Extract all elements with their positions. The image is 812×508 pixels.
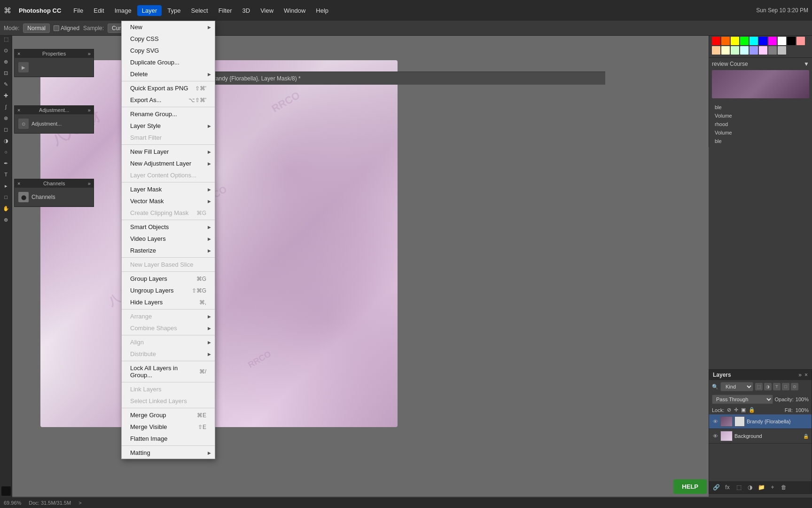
swatch-ff6600[interactable] xyxy=(721,37,730,45)
swatch-ccffcc[interactable] xyxy=(731,46,739,55)
menu-ungroup-layers[interactable]: Ungroup Layers ⇧⌘G xyxy=(122,285,215,296)
menu-3d[interactable]: 3D xyxy=(238,5,255,16)
lock-artboard[interactable]: ▣ xyxy=(741,407,746,413)
swatch-ffffff[interactable] xyxy=(778,37,786,45)
layer-row-brandy[interactable]: 👁 Brandy {Florabella} xyxy=(709,414,812,429)
swatch-ff00ff[interactable] xyxy=(768,37,777,45)
swatch-808080[interactable] xyxy=(768,46,777,55)
filter-smart[interactable]: ⊙ xyxy=(791,383,798,390)
filter-pixel[interactable]: ⬚ xyxy=(755,383,763,390)
gradient-tool[interactable]: ◑ xyxy=(1,135,11,146)
menu-layer[interactable]: Layer xyxy=(137,5,162,16)
chan-expand[interactable]: » xyxy=(88,181,91,186)
swatch-ffff00[interactable] xyxy=(731,37,739,45)
doc-arrow[interactable]: > xyxy=(78,500,81,506)
blend-mode-select[interactable]: Pass Through xyxy=(712,395,773,404)
menu-help[interactable]: Help xyxy=(311,5,333,16)
menu-view[interactable]: View xyxy=(256,5,278,16)
new-layer-btn[interactable]: + xyxy=(768,483,777,492)
layer-visibility-brandy[interactable]: 👁 xyxy=(712,418,718,425)
layer-visibility-bg[interactable]: 👁 xyxy=(712,433,718,439)
swatch-0000ff[interactable] xyxy=(759,37,767,45)
lasso-tool[interactable]: ⊙ xyxy=(1,45,11,56)
fx-btn[interactable]: fx xyxy=(723,483,732,492)
foreground-color[interactable] xyxy=(1,486,11,496)
menu-rasterize[interactable]: Rasterize xyxy=(122,245,215,256)
swatch-c0c0c0[interactable] xyxy=(778,46,786,55)
swatch-ffffcc[interactable] xyxy=(721,46,730,55)
brush-tool[interactable]: ∫ xyxy=(1,102,11,112)
add-group-btn[interactable]: 📁 xyxy=(757,483,765,492)
prop-expand[interactable]: » xyxy=(88,51,91,56)
eyedropper-tool[interactable]: ✎ xyxy=(1,79,11,89)
eraser-tool[interactable]: ◻ xyxy=(1,124,11,135)
menu-flatten-image[interactable]: Flatten Image xyxy=(122,433,215,444)
menu-new[interactable]: New xyxy=(122,21,215,33)
menu-hide-layers[interactable]: Hide Layers ⌘, xyxy=(122,296,215,308)
clone-tool[interactable]: ⊗ xyxy=(1,113,11,123)
layers-expand[interactable]: » xyxy=(798,372,802,378)
add-mask-btn[interactable]: ⬚ xyxy=(734,483,743,492)
menu-quick-export[interactable]: Quick Export as PNG ⇧⌘' xyxy=(122,82,215,94)
menu-video-layers[interactable]: Video Layers xyxy=(122,233,215,245)
menu-type[interactable]: Type xyxy=(163,5,185,16)
menu-copy-svg[interactable]: Copy SVG xyxy=(122,45,215,56)
dodge-tool[interactable]: ○ xyxy=(1,147,11,157)
lock-pixel[interactable]: ⊘ xyxy=(727,407,731,413)
menu-smart-objects[interactable]: Smart Objects xyxy=(122,221,215,233)
swatch-ccffff[interactable] xyxy=(740,46,749,55)
swatch-ffccff[interactable] xyxy=(759,46,767,55)
pen-tool[interactable]: ✒ xyxy=(1,158,11,168)
swatch-00ffff[interactable] xyxy=(750,37,758,45)
mode-select[interactable]: Normal xyxy=(23,24,50,33)
zoom-tool[interactable]: ⊕ xyxy=(1,214,11,225)
link-layers-btn[interactable]: 🔗 xyxy=(712,483,720,492)
shape-tool[interactable]: □ xyxy=(1,192,11,202)
preview-arrow[interactable]: ▼ xyxy=(804,61,809,67)
layers-kind-select[interactable]: Kind xyxy=(720,382,753,391)
add-adjustment-btn[interactable]: ◑ xyxy=(746,483,754,492)
swatch-ffcc99[interactable] xyxy=(712,46,720,55)
type-tool[interactable]: T xyxy=(1,169,11,180)
delete-layer-btn[interactable]: 🗑 xyxy=(780,483,788,492)
layers-close[interactable]: × xyxy=(804,372,808,378)
swatch-ff0000[interactable] xyxy=(712,37,720,45)
hand-tool[interactable]: ✋ xyxy=(1,203,11,214)
swatch-9999ff[interactable] xyxy=(750,46,758,55)
layer-row-background[interactable]: 👁 Background 🔒 xyxy=(709,429,812,444)
menu-new-fill-layer[interactable]: New Fill Layer xyxy=(122,146,215,158)
menu-filter[interactable]: Filter xyxy=(214,5,237,16)
filter-shape[interactable]: □ xyxy=(782,383,789,390)
menu-image[interactable]: Image xyxy=(110,5,136,16)
menu-matting[interactable]: Matting xyxy=(122,447,215,459)
menu-duplicate-group[interactable]: Duplicate Group... xyxy=(122,56,215,68)
menu-edit[interactable]: Edit xyxy=(89,5,109,16)
adj-expand[interactable]: » xyxy=(88,107,91,113)
menu-group-layers[interactable]: Group Layers ⌘G xyxy=(122,273,215,285)
menu-export-as[interactable]: Export As... ⌥⇧⌘' xyxy=(122,94,215,106)
menu-merge-visible[interactable]: Merge Visible ⇧E xyxy=(122,421,215,433)
chan-close[interactable]: × xyxy=(17,181,20,186)
swatch-000000[interactable] xyxy=(787,37,796,45)
healing-tool[interactable]: ✚ xyxy=(1,90,11,101)
filter-adjust[interactable]: ◑ xyxy=(764,383,772,390)
help-button[interactable]: HELP xyxy=(673,479,707,494)
aligned-checkbox[interactable]: Aligned xyxy=(54,25,79,32)
swatch-00ff00[interactable] xyxy=(740,37,749,45)
menu-rename-group[interactable]: Rename Group... xyxy=(122,108,215,120)
menu-merge-group[interactable]: Merge Group ⌘E xyxy=(122,409,215,421)
quick-select-tool[interactable]: ⊕ xyxy=(1,56,11,67)
menu-copy-css[interactable]: Copy CSS xyxy=(122,33,215,45)
menu-delete[interactable]: Delete xyxy=(122,68,215,80)
menu-select[interactable]: Select xyxy=(186,5,212,16)
lock-position[interactable]: ✛ xyxy=(734,407,738,413)
swatch-ff9999[interactable] xyxy=(796,37,805,45)
apple-logo[interactable]: ⌘ xyxy=(4,6,11,15)
path-selection-tool[interactable]: ▸ xyxy=(1,181,11,191)
menu-lock-all-layers[interactable]: Lock All Layers in Group... ⌘/ xyxy=(122,362,215,381)
menu-layer-style[interactable]: Layer Style xyxy=(122,120,215,132)
menu-layer-mask[interactable]: Layer Mask xyxy=(122,183,215,195)
menu-new-adjustment-layer[interactable]: New Adjustment Layer xyxy=(122,158,215,169)
opacity-value[interactable]: 100% xyxy=(796,397,809,402)
filter-type[interactable]: T xyxy=(773,383,781,390)
